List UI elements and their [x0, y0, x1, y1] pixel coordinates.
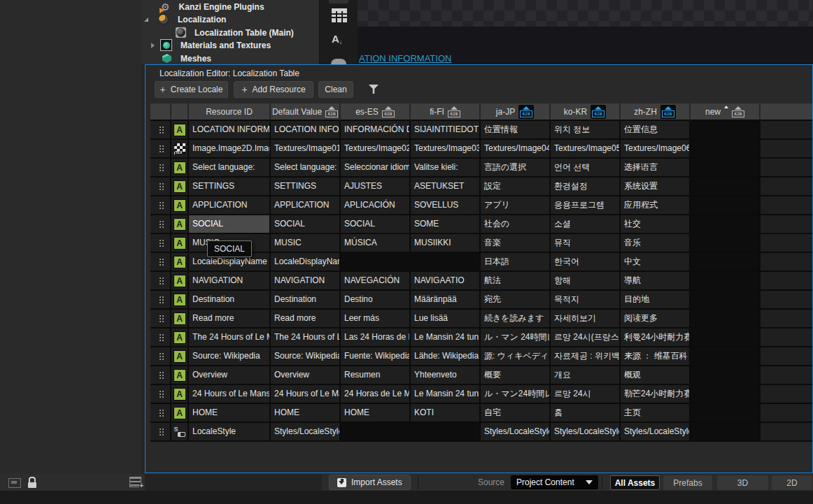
cell-ja-jp[interactable]: 自宅	[481, 404, 551, 423]
preview-text-link[interactable]: ATION INFORMATION	[359, 53, 451, 64]
cell-fi-fi[interactable]: SOME	[411, 215, 481, 234]
row-drag-handle[interactable]	[150, 423, 171, 442]
cell-default-value[interactable]: HOME	[271, 404, 341, 423]
cell-ja-jp[interactable]: Styles/LocaleStyle	[481, 423, 551, 442]
row-drag-handle[interactable]	[150, 159, 171, 178]
cell-ja-jp[interactable]: 源: ウィキペディア	[481, 347, 551, 366]
cell-default-value[interactable]: SETTINGS	[271, 178, 341, 196]
cell-default-value[interactable]: Overview	[271, 366, 341, 385]
filter-button-3d[interactable]: 3D	[717, 475, 768, 490]
row-drag-handle[interactable]	[150, 253, 171, 272]
row-drag-handle[interactable]	[150, 234, 171, 253]
cell-new[interactable]	[691, 253, 761, 272]
cell-ja-jp[interactable]: ル・マン 24時間レー	[481, 329, 551, 347]
cell-ko-kr[interactable]: 개요	[551, 366, 621, 385]
cell-zh-zh[interactable]: 利曼24小时耐力赛	[621, 329, 691, 347]
cell-default-value[interactable]: LocaleDisplayNam	[271, 253, 341, 272]
table-grid-icon[interactable]	[332, 8, 347, 22]
cell-ko-kr[interactable]: 소셜	[551, 215, 621, 234]
cell-es-es[interactable]: Seleccionar idiom	[341, 159, 411, 178]
cell-ko-kr[interactable]: 르망 24시(프랑스	[551, 329, 621, 347]
cell-es-es[interactable]: Las 24 Horas de L	[341, 329, 411, 347]
cell-default-value[interactable]: SOCIAL	[271, 215, 341, 234]
cell-ko-kr[interactable]: Textures/Image05	[551, 140, 621, 159]
cell-zh-zh[interactable]: 位置信息	[621, 121, 691, 140]
row-drag-handle[interactable]	[150, 385, 171, 404]
cell-resource-id[interactable]: Select language:	[189, 159, 271, 178]
cell-default-value[interactable]: Textures/Image01	[271, 140, 341, 159]
row-drag-handle[interactable]	[150, 366, 171, 385]
cell-ja-jp[interactable]: 社会の	[481, 215, 551, 234]
cell-fi-fi[interactable]: Yhteenveto	[411, 366, 481, 385]
selection-frame-icon[interactable]	[8, 478, 21, 488]
k2b-export-icon[interactable]: K2B	[732, 106, 744, 117]
cell-ja-jp[interactable]: アプリ	[481, 196, 551, 215]
column-header-ja-jp[interactable]: ja-JPK2B	[481, 103, 551, 121]
cell-resource-id[interactable]: NAVIGATION	[189, 272, 271, 291]
cell-ko-kr[interactable]: Styles/LocaleStyle	[551, 423, 621, 442]
cell-new[interactable]	[691, 385, 761, 404]
import-assets-button[interactable]: Import Assets	[329, 475, 411, 490]
cell-fi-fi[interactable]: MUSIIKKI	[411, 234, 481, 253]
cell-new[interactable]	[691, 310, 761, 329]
row-drag-handle[interactable]	[150, 347, 171, 366]
tree-item-materials-and-textures[interactable]: Materials and Textures	[151, 39, 271, 51]
filter-icon[interactable]	[369, 85, 379, 94]
cell-new[interactable]	[691, 215, 761, 234]
cell-resource-id[interactable]: LocaleStyle	[189, 423, 271, 442]
cell-es-es[interactable]: 24 Horas de Le M	[341, 385, 411, 404]
dome-icon[interactable]	[331, 59, 346, 64]
cell-new[interactable]	[691, 366, 761, 385]
create-locale-button[interactable]: + Create Locale	[155, 81, 228, 98]
cell-new[interactable]	[691, 196, 761, 215]
cell-ko-kr[interactable]: 르망 24시	[551, 385, 621, 404]
cell-resource-id[interactable]: Read more	[189, 310, 271, 329]
cell-fi-fi[interactable]: ASETUKSET	[411, 178, 481, 196]
cell-resource-id[interactable]: SETTINGS	[189, 178, 271, 196]
cell-fi-fi[interactable]: Valitse kieli:	[411, 159, 481, 178]
tree-item-kanzi-engine-plugins[interactable]: ⚙ Kanzi Engine Plugins	[161, 1, 264, 13]
cell-es-es[interactable]: APLICACIÓN	[341, 196, 411, 215]
cell-ja-jp[interactable]: 音楽	[481, 234, 551, 253]
cell-es-es[interactable]: Destino	[341, 291, 411, 310]
column-header-es-es[interactable]: es-ESK2B	[341, 103, 411, 121]
k2b-export-icon[interactable]: K2B	[448, 106, 460, 117]
cell-es-es[interactable]: SOCIAL	[341, 215, 411, 234]
cell-default-value[interactable]: The 24 Hours of L	[271, 329, 341, 347]
cell-es-es[interactable]: MÚSICA	[341, 234, 411, 253]
cell-ja-jp[interactable]: 宛先	[481, 291, 551, 310]
cell-fi-fi[interactable]: Lähde: Wikipedia	[411, 347, 481, 366]
cell-new[interactable]	[691, 178, 761, 196]
cell-es-es[interactable]: HOME	[341, 404, 411, 423]
k2b-export-icon[interactable]: K2B	[591, 105, 606, 119]
cell-ja-jp[interactable]: ル・マン24時間レース	[481, 385, 551, 404]
tree-item-localization-table[interactable]: Localization Table (Main)	[176, 27, 294, 38]
cell-es-es[interactable]: Leer más	[341, 310, 411, 329]
cell-es-es[interactable]: Fuente: Wikipedia	[341, 347, 411, 366]
cell-resource-id[interactable]: The 24 Hours of Le M	[189, 329, 271, 347]
filter-button-all-assets[interactable]: All Assets	[610, 475, 660, 490]
cell-default-value[interactable]: Destination	[271, 291, 341, 310]
cell-ko-kr[interactable]: 목적지	[551, 291, 621, 310]
cell-fi-fi[interactable]: Le Mansin 24 tun	[411, 385, 481, 404]
cell-zh-zh[interactable]: 阅读更多	[621, 310, 691, 329]
cell-fi-fi[interactable]	[411, 253, 481, 272]
row-drag-handle[interactable]	[150, 329, 171, 347]
cell-fi-fi[interactable]: KOTI	[411, 404, 481, 423]
cell-zh-zh[interactable]: 来源 ： 维基百科	[621, 347, 691, 366]
cell-fi-fi[interactable]: Määränpää	[411, 291, 481, 310]
column-header-new[interactable]: newK2B	[691, 103, 761, 121]
cell-default-value[interactable]: Source: Wikipedia	[271, 347, 341, 366]
cell-new[interactable]	[691, 159, 761, 178]
clean-button[interactable]: Clean	[318, 81, 353, 98]
cell-ko-kr[interactable]: 뮤직	[551, 234, 621, 253]
cell-default-value[interactable]: NAVIGATION	[271, 272, 341, 291]
tree-item-localization[interactable]: Localization	[144, 13, 226, 25]
source-dropdown[interactable]: Project Content	[511, 475, 598, 489]
cell-zh-zh[interactable]: 中文	[621, 253, 691, 272]
cell-resource-id[interactable]: APPLICATION	[189, 196, 271, 215]
cell-default-value[interactable]: LOCATION INFORM	[271, 121, 341, 140]
expanded-arrow-icon[interactable]	[144, 17, 148, 22]
cell-ko-kr[interactable]: 항해	[551, 272, 621, 291]
cell-zh-zh[interactable]: 应用程式	[621, 196, 691, 215]
